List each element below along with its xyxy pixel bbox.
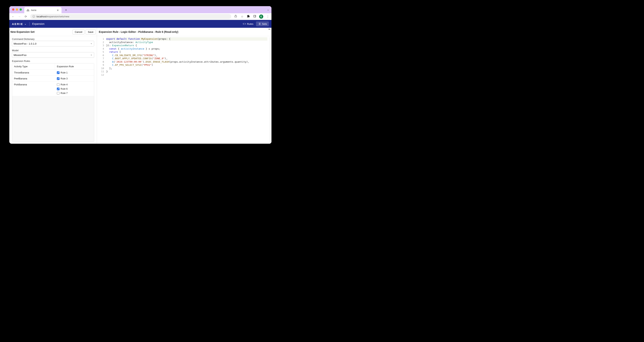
browser-menu-icon[interactable]: ⋮ bbox=[266, 15, 270, 18]
browser-toolbar: ← → ⟳ ⓘ localhost/expansion/sets/new ☆ E… bbox=[9, 13, 272, 20]
table-row: PeelBananaRule 3 bbox=[12, 76, 94, 82]
tab-title: Aerie bbox=[31, 9, 55, 11]
url-host: localhost bbox=[36, 15, 46, 18]
right-panel-header: Expansion Rule - Logic Editor - PickBana… bbox=[97, 28, 272, 36]
rule-checkbox[interactable] bbox=[57, 71, 60, 74]
rule-checkbox[interactable] bbox=[57, 92, 60, 94]
rule-label: Rule 4 bbox=[60, 83, 68, 86]
editor-minimap[interactable] bbox=[269, 37, 272, 144]
page-title: New Expansion Set bbox=[10, 30, 34, 33]
nav-forward-icon[interactable]: → bbox=[18, 15, 21, 18]
window-zoom-icon[interactable] bbox=[20, 8, 22, 11]
left-panel-header: New Expansion Set Cancel Save bbox=[9, 28, 97, 36]
profile-avatar[interactable]: E bbox=[259, 14, 263, 19]
new-tab-button[interactable]: + bbox=[64, 7, 68, 13]
brand-text: AERIE bbox=[12, 22, 23, 25]
rules-cell: Rule 4Rule 6Rule 7 bbox=[55, 82, 94, 96]
nav-back-icon[interactable]: ← bbox=[11, 15, 15, 18]
code-editor[interactable]: 123456789101112 export default function … bbox=[97, 36, 272, 144]
editor-code: export default function MyExpansion(prop… bbox=[106, 37, 269, 144]
rule-label: Rule 3 bbox=[60, 77, 68, 80]
rule-label: Rule 1 bbox=[60, 71, 68, 74]
right-panel: Expansion Rule - Logic Editor - PickBana… bbox=[97, 28, 272, 144]
window-minimize-icon[interactable] bbox=[16, 8, 18, 11]
nav-rules-label: Rules bbox=[247, 22, 254, 25]
main-split: New Expansion Set Cancel Save Command Di… bbox=[9, 28, 272, 144]
command-dict-label: Command Dictionary bbox=[12, 38, 94, 40]
rules-table-header: Activity Type Expansion Rule bbox=[12, 63, 94, 70]
activity-cell: PickBanana bbox=[12, 82, 55, 96]
svg-rect-0 bbox=[235, 16, 237, 17]
app-brand[interactable]: AERIE ⌄ bbox=[12, 22, 27, 25]
share-icon[interactable] bbox=[234, 15, 238, 18]
rule-option[interactable]: Rule 1 bbox=[57, 71, 92, 74]
table-row: ThrowBananaRule 1 bbox=[12, 70, 94, 76]
activity-cell: PeelBanana bbox=[12, 76, 55, 81]
editor-title: Expansion Rule - Logic Editor - PickBana… bbox=[99, 30, 178, 33]
browser-tabstrip: Aerie ✕ + ⌄ bbox=[9, 6, 272, 13]
left-form: Command Dictionary Model Expansion Rules… bbox=[9, 36, 97, 144]
tab-close-icon[interactable]: ✕ bbox=[56, 9, 59, 12]
rule-option[interactable]: Rule 6 bbox=[57, 87, 92, 90]
url-path: /expansion/sets/new bbox=[46, 15, 69, 18]
tab-favicon bbox=[26, 9, 30, 12]
rule-option[interactable]: Rule 3 bbox=[57, 77, 92, 80]
brand-dropdown-icon[interactable]: ⌄ bbox=[24, 22, 27, 25]
rule-label: Rule 6 bbox=[60, 87, 68, 90]
rules-table-body: ThrowBananaRule 1PeelBananaRule 3PickBan… bbox=[12, 70, 94, 142]
rule-label: Rule 7 bbox=[60, 92, 68, 94]
rule-option[interactable]: Rule 7 bbox=[57, 92, 92, 94]
model-select[interactable] bbox=[12, 52, 94, 58]
nav-sets-label: Sets bbox=[262, 22, 267, 25]
left-panel: New Expansion Set Cancel Save Command Di… bbox=[9, 28, 97, 144]
rules-cell: Rule 3 bbox=[55, 76, 94, 81]
model-label: Model bbox=[12, 49, 94, 52]
list-icon bbox=[258, 22, 261, 25]
divider bbox=[30, 22, 30, 26]
rule-checkbox[interactable] bbox=[57, 83, 60, 86]
col-activity-type: Activity Type bbox=[12, 63, 55, 69]
tabs-overflow-icon[interactable]: ⌄ bbox=[267, 8, 269, 11]
panel-collapse-icon[interactable] bbox=[268, 29, 270, 29]
table-row: PickBananaRule 4Rule 6Rule 7 bbox=[12, 82, 94, 96]
window-close-icon[interactable] bbox=[12, 8, 14, 11]
side-panel-icon[interactable] bbox=[253, 15, 256, 18]
save-button[interactable]: Save bbox=[86, 29, 96, 34]
site-info-icon[interactable]: ⓘ bbox=[32, 15, 35, 18]
address-bar[interactable]: ⓘ localhost/expansion/sets/new bbox=[30, 14, 231, 19]
nav-rules-button[interactable]: Rules bbox=[241, 21, 255, 26]
code-icon bbox=[243, 22, 246, 25]
rules-cell: Rule 1 bbox=[55, 70, 94, 75]
window-controls bbox=[12, 8, 22, 11]
cancel-button[interactable]: Cancel bbox=[72, 29, 84, 34]
rule-option[interactable]: Rule 4 bbox=[57, 83, 92, 86]
rule-checkbox[interactable] bbox=[57, 88, 60, 90]
nav-sets-button[interactable]: Sets bbox=[256, 21, 269, 26]
app-header: AERIE ⌄ Expansion Rules Sets bbox=[9, 20, 272, 28]
breadcrumb: Expansion bbox=[32, 22, 44, 25]
nav-reload-icon[interactable]: ⟳ bbox=[24, 15, 28, 18]
activity-cell: ThrowBanana bbox=[12, 70, 55, 75]
browser-window: Aerie ✕ + ⌄ ← → ⟳ ⓘ localhost/expansion/… bbox=[9, 6, 272, 144]
rule-checkbox[interactable] bbox=[57, 77, 60, 80]
svg-rect-1 bbox=[254, 15, 256, 17]
col-expansion-rule: Expansion Rule bbox=[55, 63, 94, 69]
bookmark-icon[interactable]: ☆ bbox=[240, 15, 244, 18]
extensions-icon[interactable] bbox=[246, 15, 250, 18]
browser-tab[interactable]: Aerie ✕ bbox=[24, 7, 62, 13]
command-dict-select[interactable] bbox=[12, 41, 94, 46]
editor-gutter: 123456789101112 bbox=[97, 37, 106, 144]
rules-table: Activity Type Expansion Rule ThrowBanana… bbox=[12, 63, 94, 142]
expansion-rules-label: Expansion Rules bbox=[12, 59, 94, 63]
